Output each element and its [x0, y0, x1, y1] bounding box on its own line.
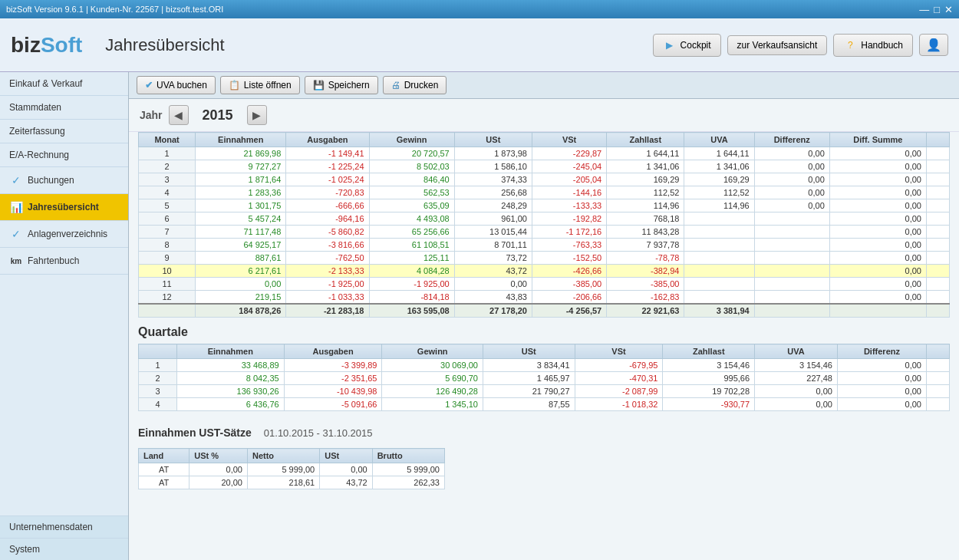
total-cell-5: -4 256,57: [532, 304, 606, 318]
sidebar-item-fahrtenbuch[interactable]: km Fahrtenbuch: [0, 248, 128, 275]
sidebar-item-einkauf-verkauf[interactable]: Einkauf & Verkauf: [0, 72, 128, 96]
cell-uva: [684, 226, 754, 239]
cell-differenz: [754, 265, 829, 278]
q-cell-9: [927, 359, 950, 372]
cell-gewinn: -1 925,00: [369, 278, 454, 291]
q-cell-3: 5 690,70: [382, 372, 483, 385]
ust-row: AT0,005 999,000,005 999,00: [139, 463, 445, 476]
ust-cell-brutto: 5 999,00: [372, 463, 444, 476]
year-next-button[interactable]: ▶: [247, 105, 267, 125]
q-cell-2: -10 439,98: [284, 385, 382, 398]
ust-date-range: 01.10.2015 - 31.10.2015: [264, 427, 373, 439]
cell-zahllast: -382,94: [607, 265, 684, 278]
q-col-uva: UVA: [755, 344, 838, 359]
cell-uva: [684, 252, 754, 265]
cell-ausgaben: -2 133,33: [286, 265, 369, 278]
cell-einnahmen: 1 283,36: [196, 186, 286, 199]
total-cell-3: 163 595,08: [369, 304, 454, 318]
cell-ausgaben: -1 925,00: [286, 278, 369, 291]
maximize-icon[interactable]: □: [934, 4, 940, 15]
q-cell-0: 1: [139, 359, 177, 372]
sidebar-item-stammdaten[interactable]: Stammdaten: [0, 96, 128, 120]
jahresuebersicht-icon: 📊: [9, 200, 23, 214]
sidebar-item-system[interactable]: System: [0, 538, 128, 560]
content-area: ✔ UVA buchen 📋 Liste öffnen 💾 Speichern …: [129, 72, 959, 560]
monthly-row-1: 121 869,98-1 149,4120 720,571 873,98-229…: [139, 147, 950, 160]
fahrtenbuch-icon: km: [9, 254, 23, 268]
buchungen-icon: ✓: [9, 173, 23, 187]
sidebar-item-buchungen[interactable]: ✓ Buchungen: [0, 167, 128, 194]
sidebar-label-buchungen: Buchungen: [28, 175, 74, 186]
sidebar-item-unternehmensdaten[interactable]: Unternehmensdaten: [0, 516, 128, 538]
q-col-einnahmen: Einnahmen: [177, 344, 285, 359]
user-button[interactable]: 👤: [919, 34, 948, 56]
quartale-table: Einnahmen Ausgaben Gewinn USt VSt Zahlla…: [138, 344, 950, 411]
cell-diff-summe: 0,00: [829, 212, 926, 226]
year-prev-button[interactable]: ◀: [169, 105, 189, 125]
cell-uva: 1 644,11: [684, 147, 754, 160]
monthly-row-12: 12219,15-1 033,33-814,1843,83-206,66-162…: [139, 291, 950, 305]
q-cell-3: 126 490,28: [382, 385, 483, 398]
uva-buchen-label: UVA buchen: [157, 80, 207, 91]
cell-ust: 43,83: [454, 291, 532, 305]
cell-zahllast: 1 644,11: [607, 147, 684, 160]
titlebar: bizSoft Version 9.6.1 | Kunden-Nr. 22567…: [0, 0, 959, 18]
cell-differenz: 0,00: [754, 160, 829, 173]
close-icon[interactable]: ✕: [944, 4, 953, 15]
col-extra: [927, 133, 950, 147]
cell-ausgaben: -3 816,66: [286, 239, 369, 252]
minimize-icon[interactable]: —: [919, 4, 929, 15]
monthly-row-10: 106 217,61-2 133,334 084,2843,72-426,66-…: [139, 265, 950, 278]
cell-empty: [927, 160, 950, 173]
drucken-button[interactable]: 🖨 Drucken: [383, 76, 447, 94]
cell-einnahmen: 219,15: [196, 291, 286, 305]
cell-ausgaben: -762,50: [286, 252, 369, 265]
sidebar: Einkauf & Verkauf Stammdaten Zeiterfassu…: [0, 72, 129, 560]
cell-vst: -205,04: [532, 173, 606, 186]
cell-vst: -426,66: [532, 265, 606, 278]
cell-monat: 1: [139, 147, 196, 160]
cell-ust: 13 015,44: [454, 226, 532, 239]
cell-monat: 4: [139, 186, 196, 199]
sidebar-item-ea-rechnung[interactable]: E/A-Rechnung: [0, 143, 128, 167]
q-cell-7: 0,00: [755, 385, 838, 398]
ust-col-brutto: Brutto: [372, 449, 444, 463]
ust-section-header: Einnahmen UST-Sätze 01.10.2015 - 31.10.2…: [138, 411, 950, 448]
quartale-title: Quartale: [138, 318, 950, 344]
logo-soft: Soft: [41, 33, 82, 58]
cell-differenz: 0,00: [754, 199, 829, 212]
q-cell-9: [927, 398, 950, 411]
sidebar-item-anlagenverzeichnis[interactable]: ✓ Anlagenverzeichnis: [0, 221, 128, 248]
cockpit-label: Cockpit: [681, 40, 711, 51]
ust-cell-netto: 218,61: [247, 476, 319, 489]
total-cell-4: 27 178,20: [454, 304, 532, 318]
cell-empty: [927, 147, 950, 160]
cell-ust: 256,68: [454, 186, 532, 199]
cell-diff-summe: 0,00: [829, 147, 926, 160]
cell-einnahmen: 5 457,24: [196, 212, 286, 226]
cell-ausgaben: -1 025,24: [286, 173, 369, 186]
monthly-row-3: 31 871,64-1 025,24846,40374,33-205,04169…: [139, 173, 950, 186]
cockpit-button[interactable]: ▶ Cockpit: [653, 34, 721, 57]
cell-zahllast: 768,18: [607, 212, 684, 226]
q-col-ust: USt: [483, 344, 575, 359]
uva-buchen-button[interactable]: ✔ UVA buchen: [137, 76, 216, 94]
verkauf-button[interactable]: zur Verkaufsansicht: [727, 35, 828, 55]
total-cell-7: 3 381,94: [684, 304, 754, 318]
cell-diff-summe: 0,00: [829, 291, 926, 305]
handbuch-button[interactable]: ? Handbuch: [833, 34, 913, 57]
cell-ausgaben: -1 033,33: [286, 291, 369, 305]
cell-zahllast: 169,29: [607, 173, 684, 186]
speichern-button[interactable]: 💾 Speichern: [305, 76, 378, 94]
cell-einnahmen: 21 869,98: [196, 147, 286, 160]
q-col-vst: VSt: [575, 344, 663, 359]
sidebar-item-jahresuebersicht[interactable]: 📊 Jahresübersicht: [0, 194, 128, 221]
titlebar-text: bizSoft Version 9.6.1 | Kunden-Nr. 22567…: [6, 5, 223, 14]
total-cell-0: [139, 304, 196, 318]
quartale-row-3: 3136 930,26-10 439,98126 490,2821 790,27…: [139, 385, 950, 398]
liste-oeffnen-button[interactable]: 📋 Liste öffnen: [220, 76, 300, 94]
q-col-ausgaben: Ausgaben: [284, 344, 382, 359]
sidebar-item-zeiterfassung[interactable]: Zeiterfassung: [0, 120, 128, 143]
col-gewinn: Gewinn: [369, 133, 454, 147]
cell-differenz: [754, 226, 829, 239]
